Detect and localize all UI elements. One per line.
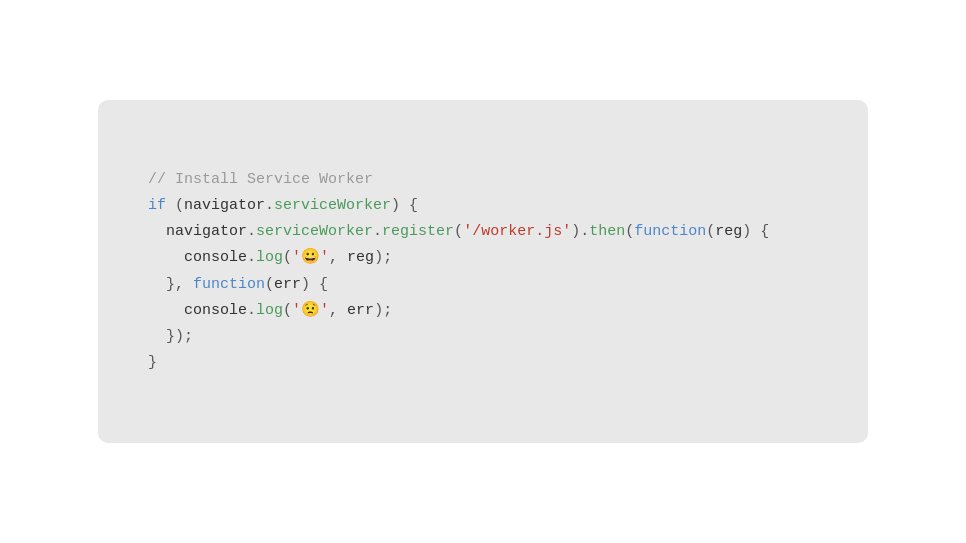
method-register: register: [382, 223, 454, 240]
method-log2: log: [256, 302, 283, 319]
keyword-if: if: [148, 197, 166, 214]
prop-serviceWorker: serviceWorker: [274, 197, 391, 214]
prop-sw: serviceWorker: [256, 223, 373, 240]
string-emoji2: '😟': [292, 302, 329, 319]
punct: (: [166, 197, 184, 214]
param-err2: err: [347, 302, 374, 319]
keyword-function2: function: [193, 276, 265, 293]
string-worker: '/worker.js': [463, 223, 571, 240]
string-emoji1: '😀': [292, 249, 329, 266]
console1: console: [184, 249, 247, 266]
param-err: err: [274, 276, 301, 293]
param-reg: reg: [715, 223, 742, 240]
object-navigator: navigator: [184, 197, 265, 214]
param-reg2: reg: [347, 249, 374, 266]
method-log1: log: [256, 249, 283, 266]
code-block: // Install Service Worker if (navigator.…: [148, 140, 818, 403]
line-comment: // Install Service Worker: [148, 171, 373, 188]
code-container: // Install Service Worker if (navigator.…: [98, 100, 868, 443]
method-then: then: [589, 223, 625, 240]
keyword-function: function: [634, 223, 706, 240]
console2: console: [184, 302, 247, 319]
navigator2: navigator: [166, 223, 247, 240]
